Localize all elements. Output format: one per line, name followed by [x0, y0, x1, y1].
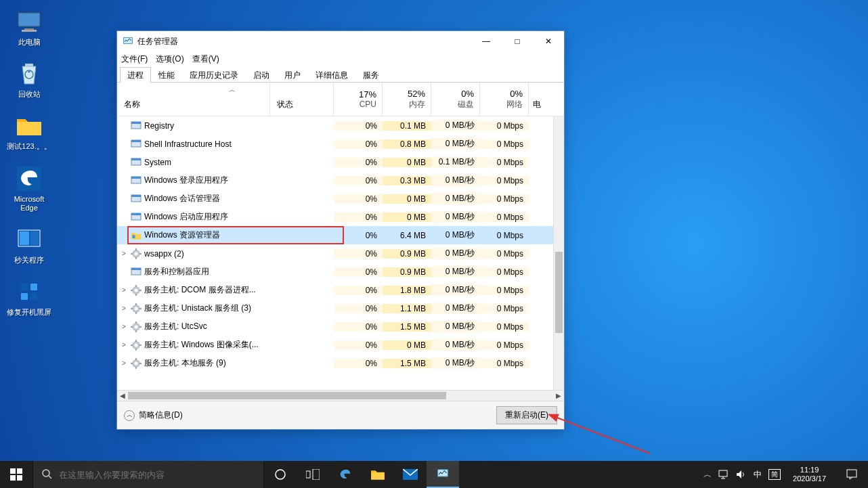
- scrollbar-thumb[interactable]: [555, 252, 563, 333]
- taskbar-edge-icon[interactable]: [329, 461, 362, 488]
- table-row[interactable]: >服务主机: Windows 图像采集(...0%0 MB0 MB/秒0 Mbp…: [117, 336, 564, 354]
- menu-bar: 文件(F) 选项(O) 查看(V): [117, 51, 564, 66]
- process-name: 服务主机: Windows 图像采集(...: [144, 339, 259, 351]
- table-row[interactable]: Windows 启动应用程序0%0 MB0 MB/秒0 Mbps: [117, 208, 564, 226]
- process-icon: [131, 267, 142, 278]
- process-name: Windows 会话管理器: [144, 193, 220, 204]
- process-name: wsappx (2): [144, 249, 184, 259]
- close-button[interactable]: ✕: [533, 31, 564, 51]
- process-name: Windows 启动应用程序: [144, 211, 228, 223]
- menu-options[interactable]: 选项(O): [156, 53, 183, 65]
- table-row[interactable]: >服务主机: UtcSvc0%1.5 MB0 MB/秒0 Mbps: [117, 317, 564, 336]
- menu-view[interactable]: 查看(V): [192, 53, 219, 65]
- tab-startup[interactable]: 启动: [246, 67, 277, 83]
- expand-icon[interactable]: >: [120, 323, 128, 330]
- table-row[interactable]: System0%0 MB0.1 MB/秒0 Mbps: [117, 153, 564, 171]
- svg-line-73: [49, 476, 51, 479]
- cell-cpu: 0%: [334, 267, 383, 277]
- horizontal-scrollbar[interactable]: ◀ ▶: [117, 390, 564, 401]
- cell-disk: 0 MB/秒: [431, 229, 480, 241]
- table-row[interactable]: Windows 资源管理器0%6.4 MB0 MB/秒0 Mbps: [117, 226, 564, 244]
- desktop-icon-recycle-bin[interactable]: 回收站: [5, 60, 53, 99]
- h-scrollbar-thumb[interactable]: [128, 392, 446, 399]
- menu-file[interactable]: 文件(F): [121, 53, 148, 65]
- tray-ime[interactable]: 中: [754, 469, 762, 481]
- fewer-details-button[interactable]: ︿ 简略信息(D): [124, 409, 183, 421]
- process-icon: [131, 212, 142, 223]
- notification-icon[interactable]: [838, 461, 865, 488]
- cell-mem: 0.3 MB: [383, 176, 431, 185]
- tray-ime2[interactable]: 简: [768, 469, 781, 480]
- desktop-icon-fix-boot[interactable]: 修复开机黑屏: [5, 278, 53, 317]
- col-cpu[interactable]: 17%CPU: [334, 83, 383, 116]
- tab-app-history[interactable]: 应用历史记录: [182, 67, 246, 83]
- taskbar-task-manager-icon[interactable]: [427, 461, 459, 488]
- cell-mem: 0 MB: [383, 340, 431, 350]
- table-row[interactable]: Windows 会话管理器0%0 MB0 MB/秒0 Mbps: [117, 190, 564, 208]
- tab-services[interactable]: 服务: [355, 67, 387, 83]
- cell-disk: 0 MB/秒: [431, 248, 480, 259]
- footer: ︿ 简略信息(D) 重新启动(E): [117, 401, 564, 429]
- table-row[interactable]: Shell Infrastructure Host0%0.8 MB0 MB/秒0…: [117, 135, 564, 153]
- desktop-icon-this-pc[interactable]: 此电脑: [5, 8, 53, 47]
- cell-disk: 0 MB/秒: [431, 266, 480, 278]
- search-box[interactable]: [32, 461, 264, 488]
- tray-network-icon[interactable]: [718, 470, 729, 479]
- cell-mem: 1.8 MB: [383, 286, 431, 295]
- cell-mem: 1.5 MB: [383, 359, 431, 368]
- minimize-button[interactable]: —: [471, 31, 502, 51]
- tab-processes[interactable]: 进程: [120, 67, 151, 83]
- col-name[interactable]: 名称︿: [117, 83, 270, 116]
- taskbar-mail-icon[interactable]: [394, 461, 427, 488]
- col-status[interactable]: 状态: [270, 83, 334, 116]
- process-name: 服务主机: UtcSvc: [144, 321, 207, 332]
- vertical-scrollbar[interactable]: [553, 116, 564, 390]
- desktop-icons: 此电脑 回收站 测试123.。。 Microsoft Edge 秒关程序 修复开…: [5, 8, 60, 330]
- expand-icon[interactable]: >: [120, 286, 128, 294]
- maximize-button[interactable]: □: [502, 31, 533, 51]
- svg-rect-6: [17, 167, 41, 191]
- expand-icon[interactable]: >: [120, 250, 128, 257]
- search-input[interactable]: [59, 470, 263, 480]
- expand-icon[interactable]: >: [120, 341, 128, 349]
- table-row[interactable]: >wsappx (2)0%0.9 MB0 MB/秒0 Mbps: [117, 244, 564, 263]
- tab-performance[interactable]: 性能: [151, 67, 182, 83]
- cell-net: 0 Mbps: [480, 231, 529, 240]
- scroll-right-icon[interactable]: ▶: [553, 391, 564, 401]
- expand-icon[interactable]: >: [120, 305, 128, 312]
- expand-icon[interactable]: >: [120, 359, 128, 367]
- desktop-icon-folder-test[interactable]: 测试123.。。: [5, 112, 53, 151]
- table-row[interactable]: Windows 登录应用程序0%0.3 MB0 MB/秒0 Mbps: [117, 171, 564, 190]
- cell-disk: 0 MB/秒: [431, 120, 480, 131]
- tab-users[interactable]: 用户: [277, 67, 308, 83]
- col-extra[interactable]: 电: [529, 83, 553, 116]
- table-row[interactable]: >服务主机: Unistack 服务组 (3)0%1.1 MB0 MB/秒0 M…: [117, 299, 564, 317]
- table-row[interactable]: 服务和控制器应用0%0.9 MB0 MB/秒0 Mbps: [117, 263, 564, 281]
- col-mem[interactable]: 52%内存: [383, 83, 431, 116]
- cortana-icon[interactable]: [264, 461, 297, 488]
- tray-chevron-icon[interactable]: ︿: [703, 469, 712, 481]
- desktop-icon-quick-close[interactable]: 秒关程序: [5, 226, 53, 265]
- table-row[interactable]: Registry0%0.1 MB0 MB/秒0 Mbps: [117, 116, 564, 135]
- cell-mem: 0 MB: [383, 158, 431, 167]
- svg-rect-11: [30, 284, 37, 290]
- col-net[interactable]: 0%网络: [480, 83, 529, 116]
- task-view-icon[interactable]: [297, 461, 329, 488]
- title-bar[interactable]: 任务管理器 — □ ✕: [117, 31, 564, 51]
- cell-disk: 0 MB/秒: [431, 284, 480, 296]
- tab-details[interactable]: 详细信息: [308, 67, 355, 83]
- tray-clock[interactable]: 11:19 2020/3/17: [787, 466, 831, 483]
- sort-indicator-icon: ︿: [229, 85, 236, 95]
- table-row[interactable]: >服务主机: 本地服务 (9)0%1.5 MB0 MB/秒0 Mbps: [117, 354, 564, 372]
- cell-net: 0 Mbps: [480, 139, 529, 149]
- tray-volume-icon[interactable]: [736, 470, 747, 479]
- start-button[interactable]: [0, 461, 32, 488]
- table-row[interactable]: >服务主机: DCOM 服务器进程...0%1.8 MB0 MB/秒0 Mbps: [117, 281, 564, 299]
- svg-rect-69: [17, 468, 22, 474]
- desktop-icon-edge[interactable]: Microsoft Edge: [5, 165, 53, 213]
- scroll-left-icon[interactable]: ◀: [117, 391, 128, 401]
- cell-disk: 0 MB/秒: [431, 339, 480, 351]
- cell-disk: 0 MB/秒: [431, 175, 480, 186]
- col-disk[interactable]: 0%磁盘: [431, 83, 480, 116]
- taskbar-explorer-icon[interactable]: [362, 461, 394, 488]
